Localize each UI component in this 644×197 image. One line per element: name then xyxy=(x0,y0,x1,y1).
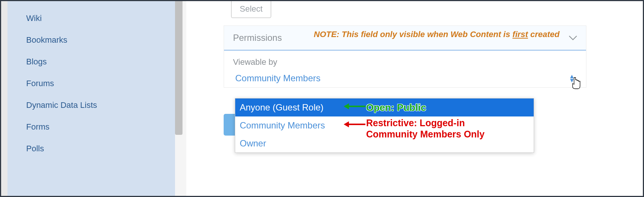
note-emph: first xyxy=(512,30,528,39)
note-part1: NOTE: This field only visible when Web C… xyxy=(314,30,512,39)
sidebar-scrollbar[interactable] xyxy=(175,0,183,135)
permissions-title: Permissions xyxy=(233,33,282,43)
select-sort-icon: ▲▼ xyxy=(569,74,575,82)
viewable-by-value: Community Members xyxy=(235,73,321,84)
sidebar-item-polls[interactable]: Polls xyxy=(7,138,175,160)
arrow-left-red-icon xyxy=(344,120,366,131)
permissions-panel: Permissions NOTE: This field only visibl… xyxy=(224,25,586,88)
viewable-by-dropdown: Anyone (Guest Role) Open: Public Communi… xyxy=(235,98,534,153)
chevron-down-icon[interactable] xyxy=(569,33,577,43)
dropdown-option-community-members[interactable]: Community Members Restrictive: Logged-in… xyxy=(235,116,534,134)
sidebar: Wiki Bookmarks Blogs Forums Dynamic Data… xyxy=(0,0,175,197)
dropdown-option-anyone[interactable]: Anyone (Guest Role) Open: Public xyxy=(235,98,534,116)
sidebar-item-forms[interactable]: Forms xyxy=(7,116,175,138)
sidebar-item-forums[interactable]: Forums xyxy=(7,73,175,94)
dropdown-option-label: Community Members xyxy=(240,120,325,130)
note-annotation: NOTE: This field only visible when Web C… xyxy=(314,30,559,39)
dropdown-option-label: Anyone (Guest Role) xyxy=(240,102,323,112)
arrow-left-green-icon xyxy=(344,102,366,113)
select-button[interactable]: Select xyxy=(231,0,271,18)
sidebar-item-dynamic-data-lists[interactable]: Dynamic Data Lists xyxy=(7,94,175,116)
svg-marker-1 xyxy=(344,103,349,109)
viewable-by-select[interactable]: Community Members ▲▼ xyxy=(231,69,579,87)
sidebar-item-blogs[interactable]: Blogs xyxy=(7,51,175,73)
permissions-header[interactable]: Permissions NOTE: This field only visibl… xyxy=(224,26,586,51)
viewable-by-label: Viewable by xyxy=(224,51,586,69)
annotation-restrictive-line1: Restrictive: Logged-in xyxy=(366,118,465,128)
sidebar-item-bookmarks[interactable]: Bookmarks xyxy=(7,29,175,51)
note-part2: created xyxy=(528,30,559,39)
select-area: Select xyxy=(186,0,643,25)
dropdown-option-owner[interactable]: Owner xyxy=(235,134,534,152)
dropdown-option-label: Owner xyxy=(240,138,266,148)
sidebar-item-wiki[interactable]: Wiki xyxy=(7,7,175,29)
annotation-open-public: Open: Public xyxy=(366,102,426,113)
main-content: Select Permissions NOTE: This field only… xyxy=(186,0,643,197)
svg-marker-3 xyxy=(344,121,349,127)
